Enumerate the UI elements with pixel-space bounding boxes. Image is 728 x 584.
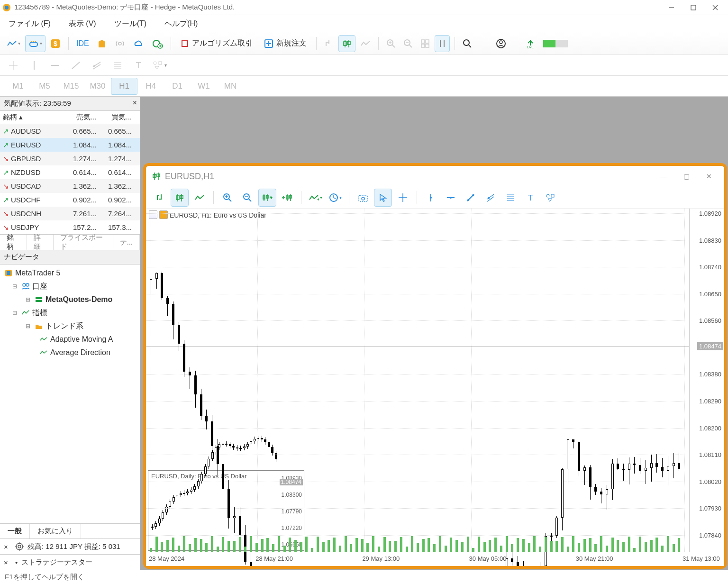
chart-vline-icon[interactable]: [422, 189, 440, 207]
toolbox-trade-row[interactable]: × 残高: 12 911 JPY 損益: 5 031: [0, 539, 140, 554]
close-icon[interactable]: ×: [4, 543, 11, 551]
text-icon[interactable]: T: [130, 57, 147, 74]
chart-fibo-icon[interactable]: [501, 189, 519, 207]
chart-minimize-icon[interactable]: —: [654, 173, 673, 180]
step-icon[interactable]: [321, 35, 337, 52]
menu-file[interactable]: ファイル (F): [5, 17, 55, 31]
nav-server[interactable]: ⊞MetaQuotes-Demo: [0, 293, 140, 306]
chart-bars-icon[interactable]: [151, 189, 169, 207]
chart-line-icon[interactable]: [191, 189, 209, 207]
equidistant-icon[interactable]: [88, 57, 105, 74]
trendline-icon[interactable]: [67, 57, 84, 74]
nav-ind-1[interactable]: Adaptive Moving A: [0, 333, 140, 346]
search-icon[interactable]: [460, 35, 475, 52]
menu-help[interactable]: ヘルプ(H): [161, 17, 201, 31]
mw-row-EURUSD[interactable]: ↗EURUSD1.084...1.084...: [0, 138, 140, 152]
chart-objects-icon[interactable]: [541, 189, 559, 207]
candles-icon[interactable]: [338, 35, 355, 52]
mw-row-NZDUSD[interactable]: ↗NZDUSD0.614...0.614...: [0, 165, 140, 179]
market-watch-close-icon[interactable]: ×: [133, 99, 137, 107]
timeframe-M30[interactable]: M30: [84, 78, 111, 95]
timeframe-H1[interactable]: H1: [111, 78, 137, 95]
nav-accounts[interactable]: ⊟口座: [0, 280, 140, 293]
mw-tab-0[interactable]: 銘柄: [0, 235, 27, 250]
line-chart-icon[interactable]: ▾: [4, 35, 23, 52]
level-icon[interactable]: LVL: [522, 35, 538, 52]
timeframe-D1[interactable]: D1: [164, 78, 191, 95]
shift-icon[interactable]: [435, 35, 450, 52]
nav-indicators[interactable]: ⊟指標: [0, 306, 140, 319]
mw-col-ask[interactable]: 買気...: [100, 113, 135, 122]
maximize-button[interactable]: [682, 0, 704, 15]
connection-icon[interactable]: [540, 35, 571, 52]
timeframe-W1[interactable]: W1: [191, 78, 217, 95]
mw-col-bid[interactable]: 売気...: [64, 113, 100, 122]
timeframe-M5[interactable]: M5: [31, 78, 58, 95]
close-icon[interactable]: ×: [4, 558, 11, 566]
nav-tab-general[interactable]: 一般: [0, 524, 30, 538]
fibo-icon[interactable]: [109, 57, 126, 74]
chart-canvas[interactable]: EURUSD, H1: Euro vs US Dollar 1.089201.0…: [146, 209, 724, 566]
mw-row-USDJPY[interactable]: ↘USDJPY157.2...157.3...: [0, 220, 140, 234]
ide-button[interactable]: IDE: [73, 35, 92, 52]
chart-hline-icon[interactable]: [442, 189, 460, 207]
market-watch-icon[interactable]: ▾: [25, 35, 46, 52]
mw-row-USDCNH[interactable]: ↘USDCNH7.261...7.264...: [0, 207, 140, 220]
timeframe-MN[interactable]: MN: [217, 78, 244, 95]
strategy-tester-row[interactable]: × • ストラテジーテスター: [0, 555, 140, 570]
chart-period-icon[interactable]: ▾: [326, 189, 344, 207]
market-icon[interactable]: [94, 35, 110, 52]
chart-zoomout-icon[interactable]: [238, 189, 256, 207]
menu-tools[interactable]: ツール(T): [110, 17, 150, 31]
objects-icon[interactable]: ▾: [151, 57, 168, 74]
chart-zoomin-icon[interactable]: [218, 189, 237, 207]
cloud-icon[interactable]: [130, 35, 147, 52]
chart-candles-icon[interactable]: [171, 189, 189, 207]
mw-tab-2[interactable]: プライスボード: [54, 235, 113, 250]
nav-root[interactable]: MetaTrader 5: [0, 266, 140, 280]
mw-row-GBPUSD[interactable]: ↘GBPUSD1.274...1.274...: [0, 152, 140, 165]
chart-mini-icon[interactable]: [159, 210, 168, 219]
hline-icon[interactable]: [46, 57, 64, 74]
new-order-button[interactable]: 新規注文: [259, 38, 311, 48]
chart-cursor-icon[interactable]: [374, 189, 392, 207]
chart-indicator-icon[interactable]: +▾: [306, 189, 324, 207]
chart-close-icon[interactable]: ✕: [700, 173, 719, 180]
mini-chart[interactable]: EURUSD, Daily: Euro vs US Dollar 1.08930…: [148, 470, 304, 551]
chart-maximize-icon[interactable]: ▢: [677, 173, 696, 180]
tile-icon[interactable]: [418, 35, 433, 52]
nav-ind-2[interactable]: Average Direction: [0, 346, 140, 359]
chart-shift-icon[interactable]: [278, 189, 296, 207]
nav-tab-fav[interactable]: お気に入り: [30, 524, 81, 538]
crosshair-icon[interactable]: [5, 57, 22, 74]
timeframe-M15[interactable]: M15: [58, 78, 84, 95]
timeframe-M1[interactable]: M1: [5, 78, 31, 95]
chart-autoscroll-icon[interactable]: [258, 189, 276, 207]
mw-row-AUDUSD[interactable]: ↗AUDUSD0.665...0.665...: [0, 124, 140, 138]
close-button[interactable]: [704, 0, 726, 15]
dollar-icon[interactable]: $: [47, 35, 64, 52]
chart-channel-icon[interactable]: [482, 189, 500, 207]
timeframe-H4[interactable]: H4: [137, 78, 164, 95]
mw-row-USDCHF[interactable]: ↗USDCHF0.902...0.902...: [0, 193, 140, 207]
algo-trading-button[interactable]: アルゴリズム取引: [176, 38, 257, 48]
signal-icon[interactable]: [112, 35, 128, 52]
chart-screenshot-icon[interactable]: [354, 189, 372, 207]
chart-crosshair-icon[interactable]: [394, 189, 412, 207]
chart-trend-icon[interactable]: [462, 189, 480, 207]
chart-text-icon[interactable]: T: [521, 189, 539, 207]
chart-table-icon[interactable]: [149, 210, 157, 219]
line-icon[interactable]: [357, 35, 373, 52]
mw-row-USDCAD[interactable]: ↘USDCAD1.362...1.362...: [0, 179, 140, 193]
zoom-in-icon[interactable]: [383, 35, 399, 52]
menu-view[interactable]: 表示 (V): [65, 17, 100, 31]
minimize-button[interactable]: [661, 0, 682, 15]
zoom-out-icon[interactable]: [400, 35, 416, 52]
nav-trend[interactable]: ⊟トレンド系: [0, 319, 140, 333]
mw-tab-1[interactable]: 詳細: [27, 235, 54, 250]
vline-icon[interactable]: [26, 57, 43, 74]
mw-tab-3[interactable]: テ...: [113, 235, 140, 250]
user-icon[interactable]: [493, 35, 509, 52]
mw-col-symbol[interactable]: 銘柄 ▴: [0, 113, 64, 122]
globe-plus-icon[interactable]: [149, 35, 166, 52]
